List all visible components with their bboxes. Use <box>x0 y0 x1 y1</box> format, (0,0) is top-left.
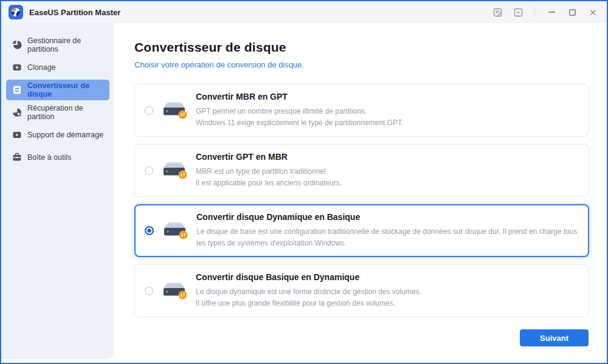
sidebar-item-label: Boîte à outils <box>27 153 71 162</box>
option-desc-line1: MBR est un type de partition traditionne… <box>196 166 578 177</box>
conversion-options-list: Convertir MBR en GPT GPT permet un nombr… <box>134 84 589 317</box>
option-text: Convertir MBR en GPT GPT permet un nombr… <box>196 92 578 128</box>
maximize-button[interactable] <box>564 5 580 19</box>
dropdown-menu-icon[interactable] <box>510 5 526 19</box>
close-button[interactable]: ✕ <box>585 5 601 19</box>
option-text: Convertir disque Basique en Dynamique Le… <box>196 272 578 309</box>
option-desc-line1: Le disque de base est une configuration … <box>196 226 578 249</box>
easeus-partition-master-window: { "window": { "title": "EaseUS Partition… <box>0 0 608 364</box>
feedback-note-icon[interactable] <box>489 5 505 19</box>
option-title: Convertir GPT en MBR <box>196 152 578 162</box>
main-content: Convertisseur de disque Choisir votre op… <box>114 23 607 363</box>
pie-chart-icon <box>12 40 22 50</box>
sidebar-item-label: Gestionnaire de partitions <box>27 36 104 53</box>
option-title: Convertir MBR en GPT <box>196 92 578 101</box>
option-text: Convertir GPT en MBR MBR est un type de … <box>196 152 578 188</box>
disk-drive-icon <box>161 158 188 184</box>
sidebar-item-label: Récupération de partition <box>27 104 104 121</box>
option-description: Le disque dynamique est une forme distin… <box>196 286 578 309</box>
minimize-icon <box>548 12 555 13</box>
close-icon: ✕ <box>589 8 597 17</box>
sidebar: Gestionnaire de partitions Clonage <box>1 23 114 359</box>
disk-drive-icon <box>161 98 188 123</box>
option-title: Convertir disque Basique en Dynamique <box>196 272 578 282</box>
boot-media-icon <box>12 130 22 140</box>
option-description: MBR est un type de partition traditionne… <box>196 166 578 188</box>
sidebar-column: Gestionnaire de partitions Clonage <box>1 23 114 363</box>
option-desc-line2: Windows 11 exige explicitement le type d… <box>196 117 578 129</box>
minimize-button[interactable] <box>544 5 559 19</box>
option-description: GPT permet un nombre presque illimité de… <box>196 106 578 128</box>
sidebar-item-partition-manager[interactable]: Gestionnaire de partitions <box>6 35 109 55</box>
disk-convert-icon <box>12 85 22 95</box>
page-subtitle: Choisir votre opération de conversion de… <box>134 60 607 69</box>
clone-drive-icon <box>12 63 22 73</box>
radio-gpt-to-mbr[interactable] <box>145 167 153 175</box>
option-text: Convertir disque Dynamique en Basique Le… <box>196 212 578 249</box>
sidebar-item-label: Support de démarrage <box>27 131 103 139</box>
option-description: Le disque de base est une configuration … <box>196 226 578 249</box>
partition-recovery-icon <box>12 108 22 118</box>
maximize-icon <box>569 9 576 16</box>
option-desc-line2: Il offre une plus grande flexibilité pou… <box>196 298 578 309</box>
option-card-basic-to-dynamic[interactable]: Convertir disque Basique en Dynamique Le… <box>134 264 589 317</box>
option-desc-line1: Le disque dynamique est une forme distin… <box>196 286 578 298</box>
sidebar-item-partition-recovery[interactable]: Récupération de partition <box>6 102 109 123</box>
option-card-gpt-to-mbr[interactable]: Convertir GPT en MBR MBR est un type de … <box>134 144 589 197</box>
app-title: EaseUS Partition Master <box>29 8 489 17</box>
toolbox-icon <box>12 153 22 163</box>
radio-mbr-to-gpt[interactable] <box>145 106 153 115</box>
titlebar-divider <box>534 7 535 18</box>
sidebar-item-disk-converter[interactable]: Convertisseur de disque <box>6 80 109 100</box>
easeus-logo-icon <box>9 5 23 19</box>
option-title: Convertir disque Dynamique en Basique <box>196 212 578 222</box>
sidebar-item-clone[interactable]: Clonage <box>6 57 109 78</box>
option-desc-line2: Il est applicable pour les anciens ordin… <box>196 177 578 189</box>
titlebar-controls: ✕ <box>489 5 601 19</box>
option-card-dynamic-to-basic[interactable]: Convertir disque Dynamique en Basique Le… <box>134 204 589 257</box>
app-body: Gestionnaire de partitions Clonage <box>1 23 607 363</box>
sidebar-item-label: Convertisseur de disque <box>27 81 104 98</box>
sidebar-item-boot-media[interactable]: Support de démarrage <box>6 125 109 145</box>
sidebar-item-label: Clonage <box>27 63 56 72</box>
disk-drive-icon <box>161 278 188 304</box>
page-title: Convertisseur de disque <box>134 40 607 55</box>
radio-basic-to-dynamic[interactable] <box>145 287 153 295</box>
sidebar-item-toolbox[interactable]: Boîte à outils <box>6 147 109 168</box>
titlebar: EaseUS Partition Master ✕ <box>1 1 607 23</box>
next-button[interactable]: Suivant <box>520 329 589 346</box>
option-card-mbr-to-gpt[interactable]: Convertir MBR en GPT GPT permet un nombr… <box>134 84 589 137</box>
option-desc-line1: GPT permet un nombre presque illimité de… <box>196 106 578 117</box>
disk-drive-icon <box>161 218 189 244</box>
radio-dynamic-to-basic[interactable] <box>145 226 154 235</box>
